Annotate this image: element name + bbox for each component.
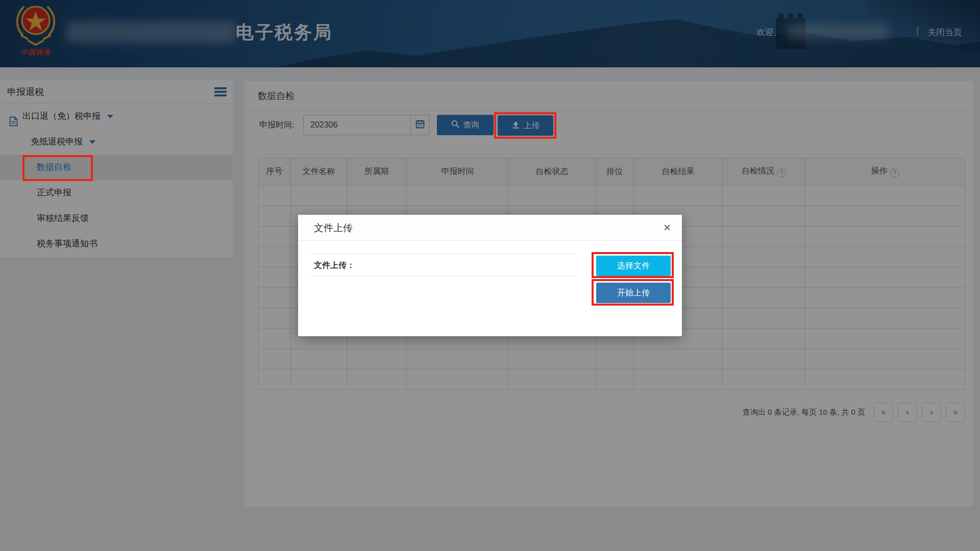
start-upload-button[interactable]: 开始上传 (596, 283, 671, 303)
choose-file-button[interactable]: 选择文件 (596, 256, 671, 276)
dialog-header: 文件上传 × (298, 215, 682, 241)
file-upload-field: 文件上传： (310, 254, 577, 277)
dialog-title: 文件上传 (314, 215, 353, 241)
file-upload-dialog: 文件上传 × 文件上传： 选择文件 开始上传 (298, 215, 682, 336)
close-icon[interactable]: × (664, 221, 671, 234)
file-upload-label: 文件上传： (314, 254, 577, 276)
